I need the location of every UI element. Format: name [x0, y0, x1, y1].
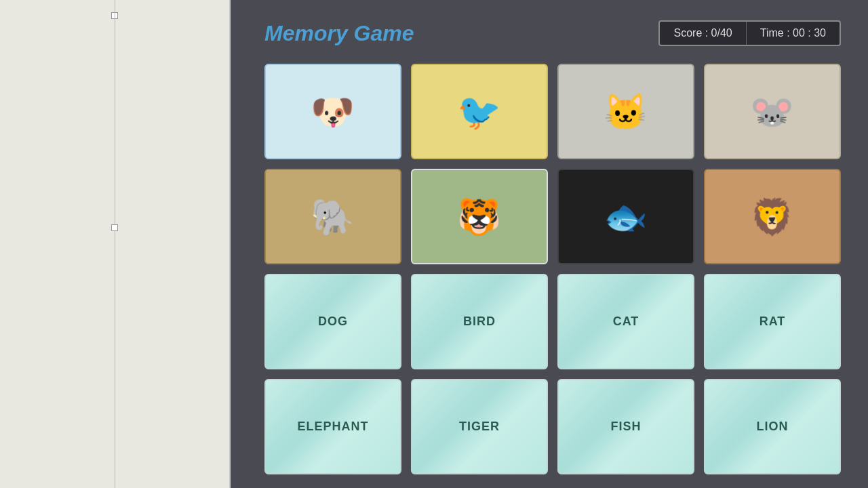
card-bird-text[interactable]: BIRD	[411, 274, 548, 369]
card-dog-text[interactable]: DOG	[264, 274, 401, 369]
tiger-label: TIGER	[459, 420, 500, 434]
lion-emoji: 🦁	[750, 199, 795, 235]
timer-display: Time : 00 : 30	[747, 22, 840, 45]
rat-emoji: 🐭	[750, 94, 795, 129]
card-bird-image[interactable]: 🐦	[411, 64, 548, 159]
game-header: Memory Game Score : 0/40 Time : 00 : 30	[264, 20, 841, 46]
memory-grid: 🐶 🐦 🐱 🐭 🐘 🐯 🐟 🦁 DOG BIRD	[264, 64, 841, 474]
card-dog-image[interactable]: 🐶	[264, 64, 401, 159]
card-tiger-image[interactable]: 🐯	[411, 169, 548, 264]
card-lion-text[interactable]: LION	[704, 379, 841, 474]
elephant-label: ELEPHANT	[297, 420, 368, 434]
card-fish-text[interactable]: FISH	[557, 379, 694, 474]
cat-emoji: 🐱	[604, 94, 648, 129]
rat-label: RAT	[760, 314, 786, 329]
card-fish-image[interactable]: 🐟	[557, 169, 694, 264]
game-title: Memory Game	[264, 21, 414, 46]
score-display: Score : 0/40	[660, 22, 746, 45]
card-lion-image[interactable]: 🦁	[704, 169, 841, 264]
bird-emoji: 🐦	[457, 94, 502, 129]
fish-emoji: 🐟	[604, 199, 648, 235]
score-timer-container: Score : 0/40 Time : 00 : 30	[658, 20, 841, 46]
game-area: Memory Game Score : 0/40 Time : 00 : 30 …	[231, 0, 868, 488]
dog-label: DOG	[318, 314, 348, 329]
lion-label: LION	[757, 420, 789, 434]
bird-label: BIRD	[463, 314, 496, 329]
tiger-emoji: 🐯	[457, 199, 502, 235]
whiteboard-panel	[0, 0, 231, 488]
card-rat-text[interactable]: RAT	[704, 274, 841, 369]
card-rat-image[interactable]: 🐭	[704, 64, 841, 159]
card-elephant-image[interactable]: 🐘	[264, 169, 401, 264]
card-cat-text[interactable]: CAT	[557, 274, 694, 369]
card-elephant-text[interactable]: ELEPHANT	[264, 379, 401, 474]
elephant-emoji: 🐘	[311, 199, 355, 235]
fish-label: FISH	[610, 420, 641, 434]
cat-label: CAT	[613, 314, 639, 329]
card-tiger-text[interactable]: TIGER	[411, 379, 548, 474]
card-cat-image[interactable]: 🐱	[557, 64, 694, 159]
dog-emoji: 🐶	[311, 94, 355, 129]
